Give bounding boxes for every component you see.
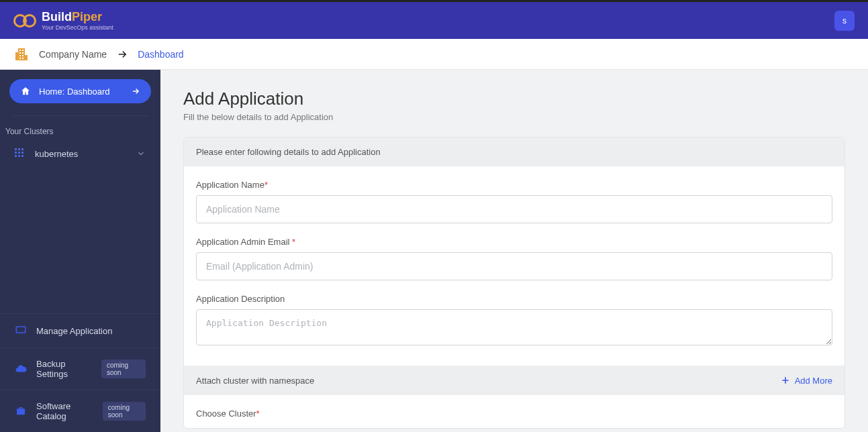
coming-soon-badge: coming soon bbox=[101, 360, 146, 378]
nav-label: Software Catalog bbox=[36, 401, 93, 421]
coming-soon-badge: coming soon bbox=[103, 402, 146, 421]
breadcrumb: Company Name Dashboard bbox=[0, 39, 868, 70]
attach-section-label: Attach cluster with namespace bbox=[196, 376, 314, 386]
main-content: Add Application Fill the below details t… bbox=[160, 70, 868, 432]
application-description-label: Application Description bbox=[196, 294, 832, 304]
app-header: BuildPiper Your DevSecOps assistant s bbox=[0, 2, 868, 39]
nav-label: Backup Settings bbox=[36, 359, 92, 379]
nav-label: Manage Application bbox=[36, 326, 112, 336]
breadcrumb-company: Company Name bbox=[39, 49, 107, 60]
arrow-right-icon bbox=[131, 87, 140, 96]
sidebar-item-kubernetes[interactable]: kubernetes bbox=[0, 143, 160, 164]
application-email-input[interactable] bbox=[196, 252, 832, 280]
monitor-icon bbox=[15, 325, 27, 337]
add-more-button[interactable]: Add More bbox=[780, 375, 832, 386]
logo-icon bbox=[13, 14, 36, 28]
arrow-right-icon bbox=[116, 48, 128, 60]
home-icon bbox=[20, 86, 31, 97]
application-name-label: Application Name* bbox=[196, 180, 832, 190]
plus-icon bbox=[780, 375, 791, 386]
briefcase-icon bbox=[15, 405, 27, 417]
logo: BuildPiper Your DevSecOps assistant bbox=[13, 11, 113, 31]
chevron-down-icon bbox=[136, 149, 146, 158]
card-header: Please enter following details to add Ap… bbox=[184, 138, 845, 166]
clusters-section-title: Your Clusters bbox=[0, 123, 160, 143]
user-avatar-button[interactable]: s bbox=[834, 11, 855, 31]
page-subtitle: Fill the below details to add Applicatio… bbox=[183, 112, 845, 122]
sidebar-item-manage-application[interactable]: Manage Application bbox=[0, 313, 160, 347]
breadcrumb-dashboard-link[interactable]: Dashboard bbox=[138, 49, 184, 60]
brand-tagline: Your DevSecOps assistant bbox=[42, 24, 113, 31]
add-application-card: Please enter following details to add Ap… bbox=[183, 137, 845, 429]
choose-cluster-label: Choose Cluster* bbox=[196, 409, 832, 419]
cluster-label: kubernetes bbox=[35, 149, 78, 159]
sidebar: Home: Dashboard Your Clusters kubernetes… bbox=[0, 70, 160, 432]
sidebar-item-backup-settings[interactable]: Backup Settings coming soon bbox=[0, 347, 160, 390]
brand-part1: Build bbox=[42, 10, 72, 23]
application-email-label: Application Admin Email * bbox=[196, 237, 832, 247]
application-description-input[interactable] bbox=[196, 309, 832, 345]
grid-icon bbox=[15, 148, 26, 159]
brand-part2: Piper bbox=[72, 10, 102, 23]
application-name-input[interactable] bbox=[196, 195, 832, 223]
sidebar-item-software-catalog[interactable]: Software Catalog coming soon bbox=[0, 390, 160, 432]
home-label: Home: Dashboard bbox=[39, 87, 110, 97]
page-title: Add Application bbox=[183, 89, 845, 109]
cloud-icon bbox=[15, 363, 27, 375]
attach-cluster-section-header: Attach cluster with namespace Add More bbox=[184, 366, 845, 395]
home-dashboard-button[interactable]: Home: Dashboard bbox=[9, 79, 151, 103]
company-icon bbox=[13, 46, 30, 62]
svg-rect-0 bbox=[16, 327, 26, 333]
